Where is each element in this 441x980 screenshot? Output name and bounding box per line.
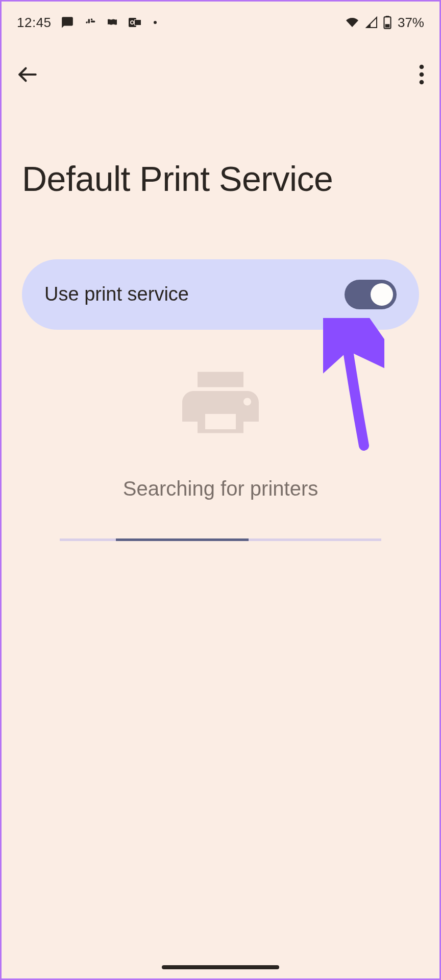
more-notifications-dot: [154, 21, 157, 24]
switch-thumb: [371, 283, 393, 306]
status-bar: 12:45 37%: [2, 2, 439, 37]
more-options-button[interactable]: [419, 64, 424, 87]
battery-icon: [383, 16, 391, 29]
svg-point-4: [131, 21, 133, 24]
use-print-service-row[interactable]: Use print service: [22, 259, 419, 330]
cellular-signal-icon: [365, 16, 378, 29]
printer-search-area: Searching for printers: [2, 360, 439, 541]
svg-rect-2: [135, 20, 141, 25]
chat-bubble-icon: [61, 16, 74, 29]
printer-icon: [175, 360, 266, 454]
app-icon-1: [106, 16, 119, 29]
use-print-service-switch[interactable]: [345, 280, 397, 309]
battery-percent: 37%: [398, 15, 424, 31]
back-button[interactable]: [17, 64, 38, 87]
toggle-label: Use print service: [44, 283, 189, 305]
app-bar: [2, 53, 439, 99]
progress-indicator: [60, 538, 381, 541]
outlook-icon: [128, 16, 142, 29]
wifi-icon: [345, 16, 360, 29]
svg-point-9: [420, 65, 424, 69]
page-title: Default Print Service: [2, 160, 439, 198]
svg-point-10: [420, 72, 424, 77]
searching-text: Searching for printers: [123, 477, 318, 500]
status-time: 12:45: [17, 15, 52, 31]
slack-icon: [83, 16, 96, 29]
svg-point-11: [420, 80, 424, 85]
progress-bar-segment: [116, 538, 249, 541]
svg-rect-7: [385, 24, 390, 28]
gesture-nav-bar[interactable]: [162, 965, 279, 969]
